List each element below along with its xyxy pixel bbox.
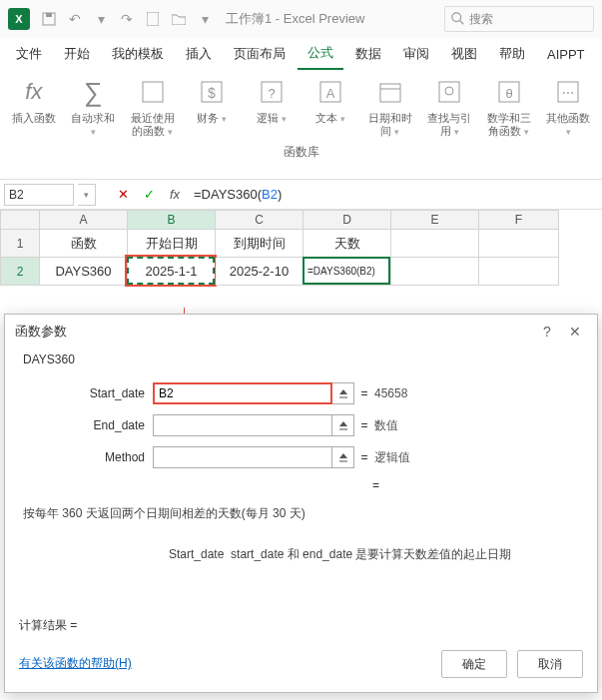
formula-enter-button[interactable]: ✓ [138,184,160,206]
dialog-description: 按每年 360 天返回两个日期间相差的天数(每月 30 天) [19,498,583,529]
lookup-icon [431,74,467,110]
cell-C2[interactable]: 2025-2-10 [216,258,303,286]
qat-dropdown-icon[interactable]: ▾ [88,6,114,32]
collapse-dialog-button[interactable] [332,382,354,404]
tab-视图[interactable]: 视图 [441,39,487,69]
cell-C1[interactable]: 到期时间 [216,230,303,258]
cell-A1[interactable]: 函数 [40,230,128,258]
tab-公式[interactable]: 公式 [298,38,343,70]
ribbon-text-button[interactable]: A文本 ▾ [305,74,357,125]
svg-line-4 [460,21,464,25]
arg-label: End_date [19,418,153,432]
col-header-B[interactable]: B [128,210,216,230]
dialog-arg-row-end_date: End_date=数值 [19,410,583,440]
svg-rect-12 [380,84,400,102]
col-header-C[interactable]: C [216,210,303,230]
svg-text:A: A [326,86,335,101]
tab-AIPPT[interactable]: AIPPT [537,41,595,68]
tab-页面布局[interactable]: 页面布局 [224,39,296,69]
workbook-title: 工作簿1 - Excel Preview [226,10,364,28]
collapse-icon [337,387,349,399]
ribbon-math-button[interactable]: θ数学和三角函数 ▾ [483,74,535,138]
ribbon-more-button[interactable]: ⋯其他函数 ▾ [543,74,595,138]
name-box-dropdown-icon[interactable]: ▾ [78,184,96,206]
search-icon [451,12,465,26]
insert-function-button[interactable]: fx [164,184,186,206]
col-header-D[interactable]: D [303,210,391,230]
search-input[interactable]: 搜索 [444,6,594,32]
ribbon-recent-button[interactable]: 最近使用的函数 ▾ [127,74,179,138]
qat-new-button[interactable] [140,6,166,32]
select-all-corner[interactable] [0,210,40,230]
ok-button[interactable]: 确定 [441,650,507,678]
formula-cancel-button[interactable]: ✕ [112,184,134,206]
ribbon-date-button[interactable]: 日期和时间 ▾ [364,74,416,138]
collapse-icon [337,451,349,463]
row-header-1[interactable]: 1 [0,230,40,258]
row-header-2[interactable]: 2 [0,258,40,286]
arg-equals: = [354,386,374,400]
cell-F2[interactable] [479,258,559,286]
collapse-dialog-button[interactable] [332,446,354,468]
ribbon-logic-button[interactable]: ?逻辑 ▾ [246,74,298,125]
svg-point-3 [452,13,461,22]
col-header-E[interactable]: E [391,210,479,230]
arg-input-start_date[interactable] [153,382,332,404]
cancel-button[interactable]: 取消 [517,650,583,678]
arg-input-method[interactable] [153,446,332,468]
logic-icon: ? [254,74,290,110]
svg-text:θ: θ [505,86,512,101]
title-bar: X ↶ ▾ ↷ ▾ 工作簿1 - Excel Preview 搜索 [0,0,602,38]
tab-帮助[interactable]: 帮助 [489,39,535,69]
cell-E2[interactable] [391,258,479,286]
cell-D1[interactable]: 天数 [303,230,391,258]
ribbon-finance-button[interactable]: $财务 ▾ [187,74,239,125]
qat-redo-button[interactable]: ↷ [114,6,140,32]
col-header-A[interactable]: A [40,210,128,230]
svg-text:⋯: ⋯ [562,86,574,100]
tab-我的模板[interactable]: 我的模板 [102,39,174,69]
tab-插入[interactable]: 插入 [176,39,222,69]
svg-rect-14 [439,82,459,102]
qat-more-icon[interactable]: ▾ [192,6,218,32]
ribbon-fx-button[interactable]: fx插入函数 [8,74,60,125]
cell-A2[interactable]: DAYS360 [40,258,128,286]
qat-undo-button[interactable]: ↶ [62,6,88,32]
recent-icon [135,74,171,110]
arg-equals: = [354,450,374,464]
dialog-help-button[interactable]: ? [535,320,559,344]
formula-bar: B2 ▾ ✕ ✓ fx =DAYS360(B2) [0,180,602,210]
ribbon-sum-button[interactable]: ∑自动求和 ▾ [68,74,120,138]
arg-result: 逻辑值 [374,449,583,466]
ribbon-lookup-button[interactable]: 查找与引用 ▾ [424,74,476,138]
name-box[interactable]: B2 [4,184,74,206]
cell-F1[interactable] [479,230,559,258]
arg-result: 45658 [374,386,583,400]
qat-save-button[interactable] [36,6,62,32]
tab-开始[interactable]: 开始 [54,39,100,69]
arg-result: 数值 [374,417,583,434]
formula-input[interactable]: =DAYS360(B2) [190,184,598,206]
dialog-title: 函数参数 [15,323,67,341]
qat-open-button[interactable] [166,6,192,32]
tab-数据[interactable]: 数据 [345,39,391,69]
arg-input-end_date[interactable] [153,414,332,436]
cell-B1[interactable]: 开始日期 [128,230,216,258]
collapse-dialog-button[interactable] [332,414,354,436]
spreadsheet-grid: ABCDEF 12 函数开始日期到期时间天数DAYS3602025-1-1202… [0,210,602,230]
dialog-close-button[interactable]: ✕ [563,320,587,344]
cell-E1[interactable] [391,230,479,258]
dialog-help-link[interactable]: 有关该函数的帮助(H) [19,655,132,672]
dialog-function-name: DAYS360 [19,352,583,366]
dialog-calc-result: 计算结果 = [19,617,77,634]
dialog-param-description: Start_date start_date 和 end_date 是要计算天数差… [19,539,583,570]
svg-rect-1 [46,13,52,17]
tab-审阅[interactable]: 审阅 [393,39,439,69]
svg-text:$: $ [208,85,216,101]
tab-文件[interactable]: 文件 [6,39,52,69]
svg-text:?: ? [268,86,275,101]
ribbon-tabs: 文件开始我的模板插入页面布局公式数据审阅视图帮助AIPPT [0,38,602,70]
math-icon: θ [491,74,527,110]
fx-icon: fx [16,74,52,110]
col-header-F[interactable]: F [479,210,559,230]
